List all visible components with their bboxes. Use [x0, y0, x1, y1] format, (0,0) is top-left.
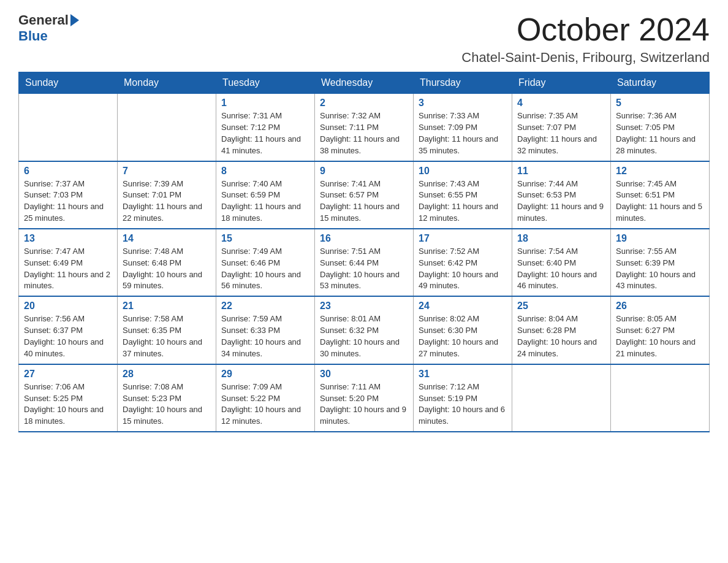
day-number: 23 — [320, 301, 408, 312]
day-info: Sunrise: 7:37 AMSunset: 7:03 PMDaylight:… — [24, 178, 112, 224]
calendar-day-cell: 31Sunrise: 7:12 AMSunset: 5:19 PMDayligh… — [414, 364, 512, 432]
day-info: Sunrise: 7:45 AMSunset: 6:51 PMDaylight:… — [616, 178, 704, 224]
calendar-empty-cell — [512, 364, 611, 432]
calendar-day-cell: 7Sunrise: 7:39 AMSunset: 7:01 PMDaylight… — [118, 161, 216, 229]
calendar-header-saturday: Saturday — [611, 72, 710, 94]
day-info: Sunrise: 7:32 AMSunset: 7:11 PMDaylight:… — [320, 110, 408, 156]
day-number: 12 — [616, 166, 704, 177]
calendar-day-cell: 12Sunrise: 7:45 AMSunset: 6:51 PMDayligh… — [611, 161, 710, 229]
calendar-day-cell: 15Sunrise: 7:49 AMSunset: 6:46 PMDayligh… — [216, 229, 315, 296]
day-number: 17 — [419, 233, 507, 244]
day-info: Sunrise: 7:11 AMSunset: 5:20 PMDaylight:… — [320, 381, 408, 427]
day-info: Sunrise: 7:47 AMSunset: 6:49 PMDaylight:… — [24, 246, 112, 292]
logo-general-text: General — [18, 12, 69, 28]
calendar-header-sunday: Sunday — [19, 72, 118, 94]
calendar-day-cell: 4Sunrise: 7:35 AMSunset: 7:07 PMDaylight… — [512, 94, 611, 161]
calendar-header-wednesday: Wednesday — [315, 72, 414, 94]
day-info: Sunrise: 7:40 AMSunset: 6:59 PMDaylight:… — [221, 178, 309, 224]
day-info: Sunrise: 8:05 AMSunset: 6:27 PMDaylight:… — [616, 313, 704, 359]
logo: General Blue — [18, 12, 80, 44]
calendar-day-cell: 3Sunrise: 7:33 AMSunset: 7:09 PMDaylight… — [414, 94, 512, 161]
day-info: Sunrise: 7:44 AMSunset: 6:53 PMDaylight:… — [517, 178, 605, 224]
day-info: Sunrise: 7:52 AMSunset: 6:42 PMDaylight:… — [419, 246, 507, 292]
calendar-week-row: 27Sunrise: 7:06 AMSunset: 5:25 PMDayligh… — [19, 364, 710, 432]
day-number: 25 — [517, 301, 605, 312]
day-number: 31 — [419, 369, 507, 380]
day-info: Sunrise: 7:43 AMSunset: 6:55 PMDaylight:… — [419, 178, 507, 224]
day-info: Sunrise: 7:58 AMSunset: 6:35 PMDaylight:… — [123, 313, 211, 359]
day-info: Sunrise: 7:41 AMSunset: 6:57 PMDaylight:… — [320, 178, 408, 224]
day-number: 10 — [419, 166, 507, 177]
calendar-day-cell: 23Sunrise: 8:01 AMSunset: 6:32 PMDayligh… — [315, 296, 414, 364]
day-info: Sunrise: 8:04 AMSunset: 6:28 PMDaylight:… — [517, 313, 605, 359]
day-info: Sunrise: 7:31 AMSunset: 7:12 PMDaylight:… — [221, 110, 309, 156]
calendar-week-row: 13Sunrise: 7:47 AMSunset: 6:49 PMDayligh… — [19, 229, 710, 296]
day-number: 14 — [123, 233, 211, 244]
day-number: 7 — [123, 166, 211, 177]
calendar-day-cell: 2Sunrise: 7:32 AMSunset: 7:11 PMDaylight… — [315, 94, 414, 161]
calendar-day-cell: 19Sunrise: 7:55 AMSunset: 6:39 PMDayligh… — [611, 229, 710, 296]
calendar-day-cell: 26Sunrise: 8:05 AMSunset: 6:27 PMDayligh… — [611, 296, 710, 364]
day-number: 28 — [123, 369, 211, 380]
day-info: Sunrise: 8:01 AMSunset: 6:32 PMDaylight:… — [320, 313, 408, 359]
calendar-empty-cell — [611, 364, 710, 432]
calendar-day-cell: 24Sunrise: 8:02 AMSunset: 6:30 PMDayligh… — [414, 296, 512, 364]
calendar-day-cell: 21Sunrise: 7:58 AMSunset: 6:35 PMDayligh… — [118, 296, 216, 364]
calendar-day-cell: 16Sunrise: 7:51 AMSunset: 6:44 PMDayligh… — [315, 229, 414, 296]
day-info: Sunrise: 7:55 AMSunset: 6:39 PMDaylight:… — [616, 246, 704, 292]
calendar-day-cell: 25Sunrise: 8:04 AMSunset: 6:28 PMDayligh… — [512, 296, 611, 364]
title-block: October 2024 Chatel-Saint-Denis, Fribour… — [461, 12, 710, 66]
day-number: 11 — [517, 166, 605, 177]
day-number: 8 — [221, 166, 309, 177]
calendar-day-cell: 28Sunrise: 7:08 AMSunset: 5:23 PMDayligh… — [118, 364, 216, 432]
day-number: 1 — [221, 98, 309, 109]
day-number: 29 — [221, 369, 309, 380]
month-title: October 2024 — [461, 12, 710, 47]
day-number: 4 — [517, 98, 605, 109]
calendar-day-cell: 9Sunrise: 7:41 AMSunset: 6:57 PMDaylight… — [315, 161, 414, 229]
calendar-week-row: 6Sunrise: 7:37 AMSunset: 7:03 PMDaylight… — [19, 161, 710, 229]
calendar-header-thursday: Thursday — [414, 72, 512, 94]
day-number: 3 — [419, 98, 507, 109]
day-info: Sunrise: 7:54 AMSunset: 6:40 PMDaylight:… — [517, 246, 605, 292]
calendar-header-monday: Monday — [118, 72, 216, 94]
calendar-day-cell: 5Sunrise: 7:36 AMSunset: 7:05 PMDaylight… — [611, 94, 710, 161]
day-number: 5 — [616, 98, 704, 109]
calendar-day-cell: 20Sunrise: 7:56 AMSunset: 6:37 PMDayligh… — [19, 296, 118, 364]
calendar-day-cell: 14Sunrise: 7:48 AMSunset: 6:48 PMDayligh… — [118, 229, 216, 296]
day-number: 22 — [221, 301, 309, 312]
calendar-day-cell: 30Sunrise: 7:11 AMSunset: 5:20 PMDayligh… — [315, 364, 414, 432]
logo-blue-text: Blue — [18, 28, 48, 44]
day-number: 20 — [24, 301, 112, 312]
calendar-day-cell: 10Sunrise: 7:43 AMSunset: 6:55 PMDayligh… — [414, 161, 512, 229]
calendar-day-cell: 11Sunrise: 7:44 AMSunset: 6:53 PMDayligh… — [512, 161, 611, 229]
calendar-empty-cell — [118, 94, 216, 161]
calendar-day-cell: 6Sunrise: 7:37 AMSunset: 7:03 PMDaylight… — [19, 161, 118, 229]
logo-arrow-icon — [70, 14, 79, 26]
calendar-week-row: 20Sunrise: 7:56 AMSunset: 6:37 PMDayligh… — [19, 296, 710, 364]
day-number: 21 — [123, 301, 211, 312]
day-info: Sunrise: 7:09 AMSunset: 5:22 PMDaylight:… — [221, 381, 309, 427]
day-info: Sunrise: 7:49 AMSunset: 6:46 PMDaylight:… — [221, 246, 309, 292]
day-number: 9 — [320, 166, 408, 177]
day-number: 16 — [320, 233, 408, 244]
calendar-day-cell: 27Sunrise: 7:06 AMSunset: 5:25 PMDayligh… — [19, 364, 118, 432]
day-number: 30 — [320, 369, 408, 380]
day-number: 15 — [221, 233, 309, 244]
calendar-day-cell: 8Sunrise: 7:40 AMSunset: 6:59 PMDaylight… — [216, 161, 315, 229]
day-number: 6 — [24, 166, 112, 177]
day-info: Sunrise: 7:59 AMSunset: 6:33 PMDaylight:… — [221, 313, 309, 359]
calendar-day-cell: 17Sunrise: 7:52 AMSunset: 6:42 PMDayligh… — [414, 229, 512, 296]
day-info: Sunrise: 7:35 AMSunset: 7:07 PMDaylight:… — [517, 110, 605, 156]
calendar-day-cell: 22Sunrise: 7:59 AMSunset: 6:33 PMDayligh… — [216, 296, 315, 364]
calendar-empty-cell — [19, 94, 118, 161]
day-info: Sunrise: 7:51 AMSunset: 6:44 PMDaylight:… — [320, 246, 408, 292]
calendar-table: SundayMondayTuesdayWednesdayThursdayFrid… — [18, 72, 710, 432]
calendar-week-row: 1Sunrise: 7:31 AMSunset: 7:12 PMDaylight… — [19, 94, 710, 161]
calendar-day-cell: 18Sunrise: 7:54 AMSunset: 6:40 PMDayligh… — [512, 229, 611, 296]
day-number: 18 — [517, 233, 605, 244]
day-info: Sunrise: 7:56 AMSunset: 6:37 PMDaylight:… — [24, 313, 112, 359]
day-info: Sunrise: 7:06 AMSunset: 5:25 PMDaylight:… — [24, 381, 112, 427]
day-info: Sunrise: 7:48 AMSunset: 6:48 PMDaylight:… — [123, 246, 211, 292]
day-info: Sunrise: 8:02 AMSunset: 6:30 PMDaylight:… — [419, 313, 507, 359]
